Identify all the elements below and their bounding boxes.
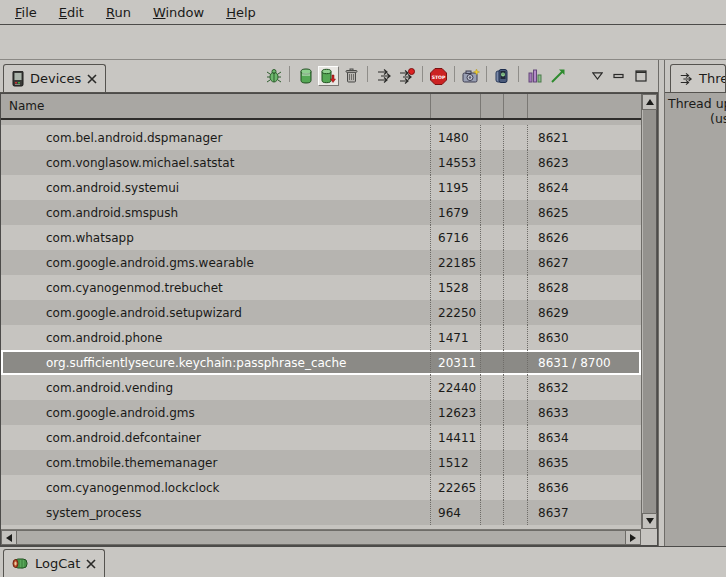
process-port: 8635: [528, 450, 641, 475]
main-toolbar: [0, 25, 726, 60]
process-status2: [504, 500, 528, 525]
column-header-port[interactable]: [528, 94, 641, 118]
column-header-pid[interactable]: [431, 94, 481, 118]
process-row[interactable]: com.bel.android.dspmanager 1480 8621: [1, 125, 641, 150]
toolbar-separator: [454, 66, 455, 82]
process-status2: [504, 450, 528, 475]
method-profiling-button[interactable]: [396, 66, 417, 86]
tab-devices-label: Devices: [30, 71, 81, 86]
screen-capture-icon: [462, 68, 480, 84]
process-pid: 1471: [431, 325, 481, 350]
threads-icon: [679, 72, 693, 86]
sysinfo-button[interactable]: [524, 66, 545, 86]
process-port: 8636: [528, 475, 641, 500]
vertical-scrollbar: [641, 94, 657, 529]
debug-process-button[interactable]: [263, 66, 284, 86]
column-header-name[interactable]: Name: [1, 94, 431, 118]
update-threads-icon: [376, 68, 392, 84]
close-icon[interactable]: [86, 559, 96, 569]
menu-item-file[interactable]: File: [4, 1, 48, 24]
process-port: 8634: [528, 425, 641, 450]
update-heap-button[interactable]: [295, 66, 316, 86]
tab-devices[interactable]: Devices: [3, 64, 106, 92]
menu-bar: FileEditRunWindowHelp: [0, 0, 726, 25]
process-row[interactable]: system_process 964 8637: [1, 500, 641, 525]
process-row[interactable]: com.tmobile.thememanager 1512 8635: [1, 450, 641, 475]
process-row[interactable]: com.cyanogenmod.trebuchet 1528 8628: [1, 275, 641, 300]
toolbar-separator: [422, 66, 423, 82]
process-status1: [481, 350, 504, 375]
scroll-left-button[interactable]: [1, 530, 17, 545]
process-pid: 22440: [431, 375, 481, 400]
table-rows: com.bel.android.dspmanager 1480 8621 com…: [1, 120, 641, 529]
minimize-button[interactable]: [610, 67, 628, 85]
process-status2: [504, 425, 528, 450]
device-view-button[interactable]: [492, 66, 513, 86]
update-threads-button[interactable]: [373, 66, 394, 86]
process-status2: [504, 275, 528, 300]
threads-content: Thread updates not enabled for selected …: [665, 93, 726, 546]
process-pid: 14553: [431, 150, 481, 175]
process-row[interactable]: com.vonglasow.michael.satstat 14553 8623: [1, 150, 641, 175]
device-view-icon: [495, 68, 510, 84]
process-row[interactable]: com.android.defcontainer 14411 8634: [1, 425, 641, 450]
process-status2: [504, 250, 528, 275]
devices-tab-bar: Devices: [0, 60, 658, 93]
cause-gc-button[interactable]: [341, 66, 362, 86]
panel-sash[interactable]: [658, 60, 665, 546]
scroll-up-button[interactable]: [642, 94, 657, 110]
process-row[interactable]: com.android.systemui 1195 8624: [1, 175, 641, 200]
view-menu-button[interactable]: [588, 67, 606, 85]
horizontal-scrollbar: [1, 529, 641, 545]
stop-process-button[interactable]: STOP: [428, 66, 449, 86]
menu-item-help[interactable]: Help: [215, 1, 267, 24]
process-row[interactable]: com.google.android.setupwizard 22250 862…: [1, 300, 641, 325]
process-row[interactable]: com.android.phone 1471 8630: [1, 325, 641, 350]
phone-icon: [12, 71, 24, 87]
process-status2: [504, 475, 528, 500]
stop-process-icon: STOP: [430, 68, 447, 85]
menu-label-mnemonic: H: [226, 5, 236, 20]
hierarchy-arrow-button[interactable]: [547, 66, 568, 86]
process-row[interactable]: com.whatsapp 6716 8626: [1, 225, 641, 250]
tab-logcat-label: LogCat: [35, 556, 80, 571]
process-status1: [481, 500, 504, 525]
menu-item-run[interactable]: Run: [95, 1, 142, 24]
process-name: com.android.defcontainer: [1, 425, 431, 450]
tab-logcat[interactable]: LogCat: [3, 549, 105, 577]
process-name: com.bel.android.dspmanager: [1, 125, 431, 150]
process-port: 8633: [528, 400, 641, 425]
logcat-icon: [12, 557, 29, 570]
process-port: 8628: [528, 275, 641, 300]
process-name: com.google.android.gms.wearable: [1, 250, 431, 275]
scroll-down-button[interactable]: [642, 513, 657, 529]
maximize-button[interactable]: [632, 67, 650, 85]
process-status1: [481, 200, 504, 225]
process-table-main: Name com.bel.android.dspmanager 1480: [1, 94, 641, 545]
column-header-status1[interactable]: [481, 94, 504, 118]
tab-threads[interactable]: Threads: [670, 64, 726, 92]
horizontal-scroll-thumb[interactable]: [17, 530, 625, 545]
process-status1: [481, 300, 504, 325]
threads-message-line1: Thread updates not enabled for selected …: [668, 96, 726, 111]
scroll-right-button[interactable]: [625, 530, 641, 545]
process-status2: [504, 175, 528, 200]
process-port: 8629: [528, 300, 641, 325]
column-header-status2[interactable]: [504, 94, 528, 118]
close-icon[interactable]: [87, 74, 97, 84]
vertical-scroll-thumb[interactable]: [642, 110, 657, 513]
process-row[interactable]: com.android.vending 22440 8632: [1, 375, 641, 400]
process-row[interactable]: com.google.android.gms.wearable 22185 86…: [1, 250, 641, 275]
main-area: Devices: [0, 60, 726, 546]
process-row[interactable]: com.android.smspush 1679 8625: [1, 200, 641, 225]
menu-item-window[interactable]: Window: [142, 1, 215, 24]
process-name: system_process: [1, 500, 431, 525]
process-row[interactable]: com.cyanogenmod.lockclock 22265 8636: [1, 475, 641, 500]
process-row[interactable]: com.google.android.gms 12623 8633: [1, 400, 641, 425]
process-name: com.android.systemui: [1, 175, 431, 200]
menu-item-edit[interactable]: Edit: [48, 1, 95, 24]
dump-hprof-button[interactable]: [318, 66, 339, 86]
process-status1: [481, 125, 504, 150]
screen-capture-button[interactable]: [460, 66, 481, 86]
process-row[interactable]: org.sufficientlysecure.keychain:passphra…: [1, 350, 641, 375]
